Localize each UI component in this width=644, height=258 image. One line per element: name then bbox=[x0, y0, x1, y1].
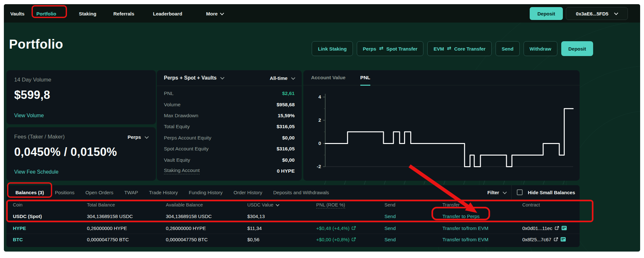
chevron-down-icon bbox=[220, 75, 224, 80]
stat-row: Staking Account0 HYPE bbox=[157, 166, 302, 177]
transfer-link[interactable]: Transfer to Perps bbox=[442, 214, 522, 219]
chevron-down-icon bbox=[276, 203, 279, 206]
chart-tab-pnl[interactable]: PNL bbox=[360, 70, 370, 86]
nav-item-referrals[interactable]: Referrals bbox=[113, 11, 134, 16]
send-button[interactable]: Send bbox=[496, 41, 520, 56]
cell-contract: 0x8f25...7c67 bbox=[522, 237, 580, 242]
vertical-divider bbox=[511, 185, 512, 199]
send-link[interactable]: Send bbox=[384, 214, 442, 219]
table-body: USDC (Spot)304,13689158 USDC304,13689158… bbox=[6, 210, 580, 245]
svg-text:-2: -2 bbox=[317, 164, 321, 169]
perps-spot-transfer-button[interactable]: Perps ⇄ Spot Transfer bbox=[357, 41, 424, 56]
pnl-step-chart: 420-2 bbox=[305, 91, 575, 174]
stat-value: 0 HYPE bbox=[277, 168, 295, 174]
stat-value: $0,00 bbox=[282, 157, 295, 163]
table-tab-open-orders[interactable]: Open Orders bbox=[85, 190, 113, 195]
nav-item-more[interactable]: More bbox=[206, 11, 223, 16]
table-row-usdc-spot-: USDC (Spot)304,13689158 USDC304,13689158… bbox=[6, 210, 580, 222]
cell-coin: HYPE bbox=[13, 225, 87, 231]
table-tab-funding-history[interactable]: Funding History bbox=[189, 190, 223, 195]
pnl-value: +$0,48 (+4,4%) bbox=[316, 225, 349, 231]
send-link[interactable]: Send bbox=[384, 237, 442, 242]
table-controls: Filter Hide Small Balances bbox=[487, 185, 575, 199]
column-header-usdc-value[interactable]: USDC Value bbox=[247, 202, 316, 207]
stats-period-select[interactable]: All-time bbox=[270, 75, 295, 81]
deposit-button[interactable]: Deposit bbox=[561, 41, 593, 56]
fees-scope-select[interactable]: Perps bbox=[128, 134, 148, 140]
volume-card-value: $599,8 bbox=[14, 88, 148, 102]
column-header-contract: Contract bbox=[522, 202, 580, 207]
stat-row: Total Equity$316,05 bbox=[157, 121, 302, 132]
cell-usdc-value: $304,13 bbox=[247, 214, 316, 219]
nav-deposit-button[interactable]: Deposit bbox=[530, 7, 563, 20]
table-tab-twap[interactable]: TWAP bbox=[124, 190, 138, 195]
stat-label: Vault Equity bbox=[164, 157, 190, 163]
external-link-icon[interactable] bbox=[554, 237, 558, 242]
transfer-link[interactable]: Transfer to/from EVM bbox=[442, 237, 522, 242]
stat-row: PNL$2,61 bbox=[157, 88, 302, 99]
chart-tab-account-value[interactable]: Account Value bbox=[311, 70, 346, 85]
stats-scope-value: Perps + Spot + Vaults bbox=[164, 75, 217, 81]
table-tab-deposits-and-withdrawals[interactable]: Deposits and Withdrawals bbox=[273, 190, 329, 195]
cell-usdc-value: $11,34 bbox=[247, 225, 316, 231]
volume-card: 14 Day Volume $599,8 View Volume bbox=[6, 70, 156, 124]
fees-card: Fees (Taker / Maker) Perps 0,0450% / 0,0… bbox=[6, 127, 156, 181]
stat-row: Max Drawdown15,59% bbox=[157, 110, 302, 121]
nav-item-staking[interactable]: Staking bbox=[79, 11, 96, 16]
transfer-link[interactable]: Transfer to/from EVM bbox=[442, 225, 522, 231]
filter-select[interactable]: Filter bbox=[487, 190, 506, 195]
withdraw-button[interactable]: Withdraw bbox=[524, 41, 557, 56]
svg-text:4: 4 bbox=[318, 94, 321, 100]
decorative-hatch bbox=[307, 180, 579, 185]
svg-text:2: 2 bbox=[318, 117, 321, 123]
fees-card-value: 0,0450% / 0,0150% bbox=[14, 145, 148, 159]
hide-small-balances-label: Hide Small Balances bbox=[528, 190, 575, 195]
stat-row: Spot Account Equity$316,05 bbox=[157, 143, 302, 154]
table-header-row: CoinTotal BalanceAvailable BalanceUSDC V… bbox=[6, 200, 580, 210]
stat-label[interactable]: Staking Account bbox=[164, 167, 200, 174]
link-staking-button[interactable]: Link Staking bbox=[312, 41, 353, 56]
screenshot-canvas: VaultsPortfolioStakingReferralsLeaderboa… bbox=[0, 0, 644, 258]
table-tab-balances-3-[interactable]: Balances (3) bbox=[15, 190, 44, 195]
stat-label: PNL bbox=[164, 91, 174, 96]
wallet-icon[interactable] bbox=[562, 226, 567, 230]
view-fee-schedule-link[interactable]: View Fee Schedule bbox=[14, 169, 59, 175]
stats-scope-select[interactable]: Perps + Spot + Vaults bbox=[164, 75, 224, 81]
chart-card: Account ValuePNL 420-2 bbox=[303, 70, 580, 181]
send-link[interactable]: Send bbox=[384, 225, 442, 231]
cell-total-balance: 304,13689158 USDC bbox=[87, 214, 166, 219]
wallet-address-dropdown[interactable]: 0x3aE6...5FD5 bbox=[566, 7, 628, 20]
nav-item-leaderboard[interactable]: Leaderboard bbox=[153, 11, 182, 16]
external-link-icon[interactable] bbox=[352, 226, 356, 230]
view-volume-link[interactable]: View Volume bbox=[14, 113, 44, 119]
nav-item-vaults[interactable]: Vaults bbox=[10, 11, 24, 16]
external-link-icon[interactable] bbox=[555, 226, 559, 230]
stat-row: Volume$958,68 bbox=[157, 99, 302, 110]
table-tab-positions[interactable]: Positions bbox=[55, 190, 74, 195]
table-tab-order-history[interactable]: Order History bbox=[233, 190, 262, 195]
app-frame: VaultsPortfolioStakingReferralsLeaderboa… bbox=[4, 4, 640, 252]
svg-text:0: 0 bbox=[318, 140, 321, 146]
external-link-icon[interactable] bbox=[352, 237, 356, 242]
stat-row: Vault Equity$0,00 bbox=[157, 154, 302, 165]
evm-label: EVM bbox=[433, 46, 444, 52]
pnl-roe-header-text: PNL (ROE %) bbox=[316, 202, 345, 208]
chart-tabs: Account ValuePNL bbox=[303, 70, 580, 85]
nav-item-portfolio[interactable]: Portfolio bbox=[36, 11, 56, 16]
column-header-pnl-roe-[interactable]: PNL (ROE %) bbox=[316, 202, 384, 207]
wallet-icon[interactable] bbox=[561, 237, 566, 242]
stat-value: 15,59% bbox=[278, 113, 295, 119]
stats-card: Perps + Spot + Vaults All-time PNL$2,61V… bbox=[157, 70, 302, 181]
stat-value: $316,05 bbox=[277, 146, 295, 152]
chevron-down-icon bbox=[291, 76, 295, 80]
cell-pnl-roe: +$0,48 (+4,4%) bbox=[316, 225, 384, 231]
column-header-coin: Coin bbox=[13, 202, 87, 207]
volume-card-label: 14 Day Volume bbox=[14, 77, 148, 83]
swap-arrows-icon: ⇄ bbox=[447, 46, 451, 51]
page-title: Portfolio bbox=[9, 36, 63, 52]
stat-value: $2,61 bbox=[282, 91, 295, 96]
hide-small-balances-checkbox[interactable] bbox=[517, 189, 523, 195]
evm-core-transfer-button[interactable]: EVM ⇄ Core Transfer bbox=[427, 41, 491, 56]
table-tab-trade-history[interactable]: Trade History bbox=[149, 190, 178, 195]
chevron-down-icon bbox=[220, 11, 224, 15]
